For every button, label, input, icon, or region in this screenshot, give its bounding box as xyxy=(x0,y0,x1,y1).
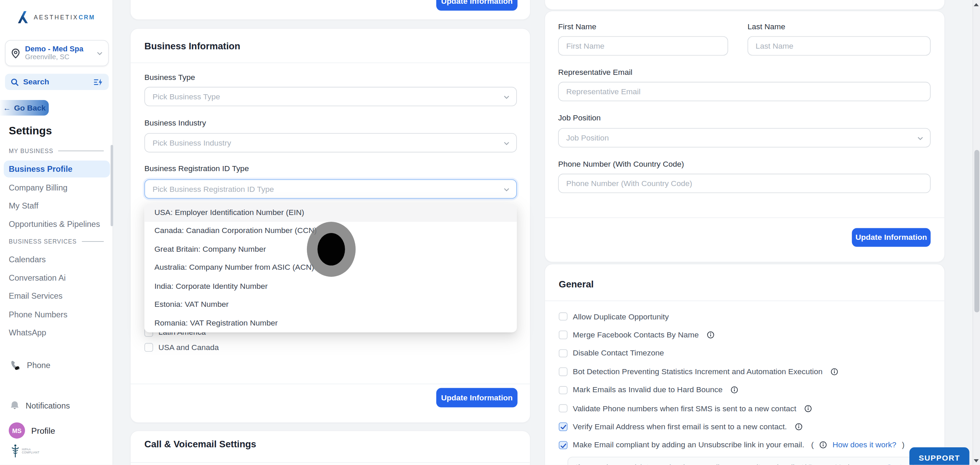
location-name: Demo - Med Spa xyxy=(25,45,92,53)
business-type-select[interactable]: Pick Business Type xyxy=(144,87,517,106)
caduceus-icon xyxy=(11,444,19,459)
general-title: General xyxy=(559,279,594,289)
profile-label: Profile xyxy=(31,426,55,435)
search-label: Search xyxy=(23,78,89,86)
info-icon[interactable] xyxy=(731,386,738,394)
option-row: Bot Detection Preventing Statistics Incr… xyxy=(545,363,945,381)
business-type-label: Business Type xyxy=(144,73,195,82)
info-icon[interactable] xyxy=(795,423,802,431)
call-voicemail-title: Call & Voicemail Settings xyxy=(144,438,256,449)
representative-email-label: Representative Email xyxy=(558,68,632,77)
brand-logo: AESTHETIXCRM xyxy=(17,11,95,24)
sidebar-item-phone-numbers[interactable]: Phone Numbers xyxy=(4,306,110,323)
update-information-button-top[interactable]: Update Information xyxy=(436,0,517,11)
option-row: Allow Duplicate Opportunity xyxy=(545,308,945,326)
info-icon[interactable] xyxy=(707,331,714,339)
chevron-down-icon xyxy=(503,186,510,195)
chevron-down-icon xyxy=(96,50,103,57)
last-name-field[interactable] xyxy=(748,37,931,56)
scroll-up-arrow-icon[interactable] xyxy=(974,3,979,6)
option-row: Disable Contact Timezone xyxy=(545,344,945,363)
section-label-my-business: MY BUSINESS xyxy=(9,147,104,154)
job-position-label: Job Position xyxy=(558,114,601,122)
sidebar-item-phone[interactable]: Phone xyxy=(10,360,50,370)
merge-facebook-contacts-checkbox[interactable] xyxy=(559,331,567,339)
option-row: Merge Facebook Contacts By Name xyxy=(545,326,945,344)
phone-icon xyxy=(10,360,21,370)
hipaa-line2: COMPLIANT xyxy=(22,451,40,454)
mark-emails-invalid-checkbox[interactable] xyxy=(559,386,567,394)
scroll-down-arrow-icon[interactable] xyxy=(974,459,979,462)
validate-phone-numbers-checkbox[interactable] xyxy=(559,404,567,413)
bell-icon xyxy=(10,400,19,410)
sidebar-scrollbar-thumb[interactable] xyxy=(111,145,113,226)
usa-and-canada-checkbox[interactable] xyxy=(144,343,153,352)
sidebar-item-notifications[interactable]: Notifications xyxy=(10,400,70,410)
go-back-button[interactable]: ← Go Back xyxy=(0,100,49,116)
info-icon[interactable] xyxy=(819,441,827,449)
hipaa-line1: HIPAA xyxy=(22,448,40,451)
sidebar: AESTHETIXCRM Demo - Med Spa Greenville, … xyxy=(0,0,113,465)
sidebar-item-calendars[interactable]: Calendars xyxy=(4,251,110,268)
verify-email-address-checkbox[interactable] xyxy=(559,422,567,431)
business-information-title: Business Information xyxy=(144,40,240,51)
update-information-button-business[interactable]: Update Information xyxy=(436,388,517,408)
last-name-label: Last Name xyxy=(748,22,785,31)
page-scrollbar[interactable] xyxy=(972,0,980,465)
disable-contact-timezone-checkbox[interactable] xyxy=(559,349,567,357)
phone-number-field[interactable] xyxy=(558,174,931,193)
previous-card-partial: Update Information xyxy=(130,0,530,19)
chevron-down-icon xyxy=(503,94,510,103)
call-voicemail-card: Call & Voicemail Settings xyxy=(130,431,530,465)
sidebar-item-opportunities-pipelines[interactable]: Opportunities & Pipelines xyxy=(4,216,110,233)
business-industry-select[interactable]: Pick Business Industry xyxy=(144,133,517,152)
unsubscribe-note: If you no longer wish to receive these e… xyxy=(576,463,882,465)
sidebar-item-whatsapp[interactable]: WhatsApp xyxy=(4,324,110,341)
search-input[interactable]: Search xyxy=(5,74,109,90)
representative-email-field[interactable] xyxy=(558,82,931,102)
sidebar-item-my-staff[interactable]: My Staff xyxy=(4,197,110,214)
sidebar-item-email-services[interactable]: Email Services xyxy=(4,287,110,305)
info-icon[interactable] xyxy=(830,368,838,376)
job-position-select[interactable]: Job Position xyxy=(558,128,931,148)
dropdown-option[interactable]: Romania: VAT Registration Number xyxy=(144,314,517,332)
brand-name: AESTHETIXCRM xyxy=(34,14,95,21)
bot-detection-checkbox[interactable] xyxy=(559,367,567,376)
sidebar-item-company-billing[interactable]: Company Billing xyxy=(4,179,110,196)
quick-actions-icon[interactable] xyxy=(94,78,103,86)
general-card: General Allow Duplicate Opportunity Merg… xyxy=(545,264,945,465)
page-scrollbar-thumb[interactable] xyxy=(974,150,979,313)
section-label-business-services: BUSINESS SERVICES xyxy=(9,238,104,245)
registration-id-type-label: Business Registration ID Type xyxy=(144,164,249,173)
dropdown-option[interactable]: Estonia: VAT Number xyxy=(144,295,517,314)
general-options-list: Allow Duplicate Opportunity Merge Facebo… xyxy=(545,308,945,454)
chevron-down-icon xyxy=(503,140,510,149)
allow-duplicate-opportunity-checkbox[interactable] xyxy=(559,312,567,321)
sidebar-item-business-profile[interactable]: Business Profile xyxy=(4,160,110,178)
make-email-compliant-checkbox[interactable] xyxy=(559,441,567,449)
touch-cursor-dot xyxy=(318,233,345,266)
avatar: MS xyxy=(9,422,25,439)
location-selector[interactable]: Demo - Med Spa Greenville, SC xyxy=(5,40,109,66)
arrow-left-icon: ← xyxy=(3,103,11,112)
first-name-field[interactable] xyxy=(558,37,728,56)
how-does-it-work-link[interactable]: How does it work? xyxy=(832,441,896,450)
dropdown-option[interactable]: India: Corporate Identity Number xyxy=(144,277,517,295)
hipaa-badge: HIPAA COMPLIANT xyxy=(11,444,40,459)
brand-logo-icon xyxy=(17,11,30,24)
option-row: Verify Email Address when first email is… xyxy=(545,418,945,436)
support-button[interactable]: SUPPORT xyxy=(909,447,969,465)
location-city: Greenville, SC xyxy=(25,53,92,61)
sidebar-item-conversation-ai[interactable]: Conversation Ai xyxy=(4,270,110,286)
previous-card-partial-right xyxy=(545,0,945,10)
update-information-button-representative[interactable]: Update Information xyxy=(852,228,930,247)
location-pin-icon xyxy=(11,48,21,59)
dropdown-option[interactable]: USA: Employer Identification Number (EIN… xyxy=(144,204,517,222)
sidebar-item-profile[interactable]: MS Profile xyxy=(9,422,55,439)
notifications-label: Notifications xyxy=(25,401,70,410)
registration-id-type-select[interactable]: Pick Business Registration ID Type xyxy=(144,179,517,198)
info-icon[interactable] xyxy=(804,405,812,412)
touch-cursor xyxy=(307,222,356,277)
unsubscribe-note-box: If you no longer wish to receive these e… xyxy=(568,457,930,465)
chevron-down-icon xyxy=(917,135,924,144)
